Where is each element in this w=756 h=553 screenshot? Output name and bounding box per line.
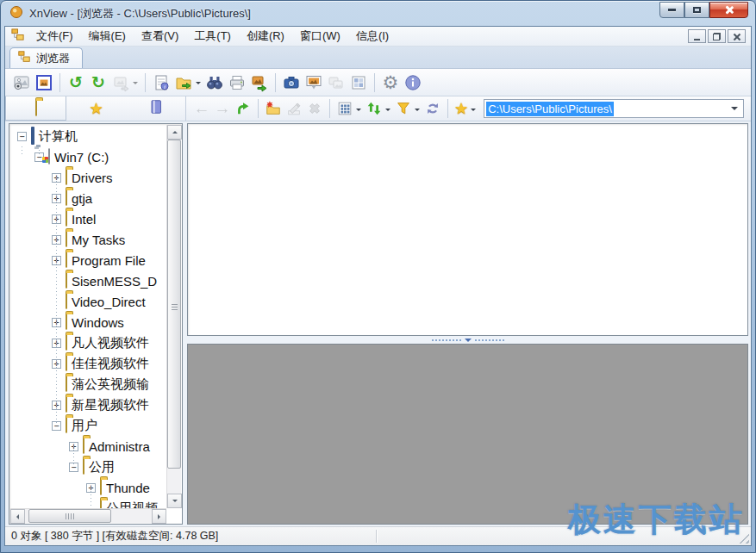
filter-button[interactable]	[393, 98, 422, 119]
capture-button[interactable]	[280, 71, 303, 94]
tree-item-13[interactable]: +新星视频软件	[10, 395, 166, 415]
tree-item-15[interactable]: +Administra	[10, 436, 166, 457]
print-button[interactable]	[226, 71, 248, 94]
maximize-button[interactable]	[684, 2, 709, 18]
favorites-dropdown-icon[interactable]	[471, 109, 476, 114]
tree-item-14[interactable]: −用户	[10, 415, 166, 436]
compare-button[interactable]	[325, 71, 347, 94]
menu-file[interactable]: 文件(F)	[28, 27, 81, 46]
convert-button[interactable]	[248, 71, 271, 94]
tree-item-10[interactable]: +凡人视频软件	[10, 332, 166, 353]
favorites-button[interactable]: ★	[453, 98, 478, 119]
menu-edit[interactable]: 编辑(E)	[81, 27, 134, 46]
tree-item-1[interactable]: −Win7 (C:)	[10, 146, 166, 167]
tree-item-6[interactable]: +Program File	[10, 250, 166, 270]
rotate-right-button[interactable]: ↻	[87, 71, 109, 94]
content-column	[187, 123, 748, 525]
fullscreen-button[interactable]	[33, 71, 55, 94]
rotate-left-button[interactable]: ↺	[65, 71, 87, 94]
view-mode-dropdown-icon[interactable]	[356, 109, 361, 114]
tree-item-18[interactable]: 公用视频	[10, 498, 166, 508]
scroll-left-button[interactable]	[10, 509, 25, 524]
tree-item-4[interactable]: +Intel	[10, 208, 166, 229]
properties-button[interactable]: i	[150, 71, 172, 94]
tree-expander-icon[interactable]: −	[17, 132, 27, 141]
view-mode-button[interactable]	[334, 98, 364, 119]
tree-item-label: 蒲公英视频输	[72, 376, 149, 393]
minimize-button[interactable]	[659, 2, 684, 18]
menu-info[interactable]: 信息(I)	[348, 27, 397, 46]
sidebar-tab-folders[interactable]	[5, 96, 66, 121]
menu-tools[interactable]: 工具(T)	[186, 27, 239, 46]
tree-item-5[interactable]: +My Tasks	[10, 229, 166, 250]
delete-button[interactable]	[304, 98, 325, 119]
address-dropdown-icon[interactable]	[731, 107, 738, 114]
tree-item-7[interactable]: SisenMESS_D	[10, 270, 166, 291]
tab-browser[interactable]: 浏览器	[9, 47, 83, 68]
tree-item-11[interactable]: +佳佳视频软件	[10, 353, 166, 374]
back-button[interactable]: ←	[191, 98, 212, 119]
tree-item-label: Windows	[72, 315, 124, 330]
transform-dropdown-icon[interactable]	[133, 82, 138, 87]
tree-horizontal-scrollbar[interactable]	[10, 508, 166, 523]
tree-item-label: Drivers	[72, 171, 113, 185]
tree-item-9[interactable]: +Windows	[10, 312, 166, 332]
preview-splitter[interactable]	[187, 336, 748, 344]
sidebar-tab-favorites[interactable]: ★	[66, 96, 126, 121]
folder-icon	[66, 294, 67, 309]
folder-icon	[100, 500, 102, 508]
mdi-close-button[interactable]	[728, 29, 746, 43]
menu-create[interactable]: 创建(R)	[239, 27, 292, 46]
title-bar: XnView - [浏览器 - C:\Users\Public\Pictures…	[1, 1, 755, 26]
tree-item-17[interactable]: +Thunde	[10, 477, 166, 498]
close-button[interactable]	[709, 2, 748, 18]
menu-view[interactable]: 查看(V)	[134, 27, 186, 46]
folder-icon	[66, 211, 67, 227]
tree-vertical-scrollbar[interactable]	[166, 125, 181, 508]
settings-button[interactable]: ⚙	[379, 71, 402, 94]
open-folder-dropdown-icon[interactable]	[196, 82, 201, 87]
scroll-up-button[interactable]	[167, 125, 182, 140]
tree-item-3[interactable]: +gtja	[10, 188, 166, 208]
up-button[interactable]	[233, 98, 253, 119]
tree-item-2[interactable]: +Drivers	[10, 167, 166, 188]
tree-item-8[interactable]: Video_Direct	[10, 291, 166, 312]
file-list-panel[interactable]	[187, 123, 748, 336]
vertical-scroll-thumb[interactable]	[167, 140, 181, 469]
horizontal-scroll-thumb[interactable]	[28, 509, 111, 523]
info-about-button[interactable]	[402, 71, 424, 94]
tree-item-label: Administra	[89, 439, 150, 454]
mdi-minimize-button[interactable]	[688, 29, 706, 43]
tree-item-12[interactable]: 蒲公英视频输	[10, 374, 166, 395]
scroll-right-button[interactable]	[152, 509, 166, 524]
contact-sheet-button[interactable]	[347, 71, 370, 94]
favorites-icon: ★	[89, 99, 103, 118]
sidebar-tab-categories[interactable]	[126, 96, 185, 121]
edit-button[interactable]	[284, 98, 304, 119]
new-folder-button[interactable]	[263, 98, 284, 119]
slideshow-button[interactable]	[303, 71, 325, 94]
search-button[interactable]	[203, 71, 226, 94]
toolbar-separator	[329, 99, 330, 118]
window-title: XnView - [浏览器 - C:\Users\Public\Pictures…	[29, 6, 251, 22]
mdi-restore-button[interactable]	[708, 29, 726, 43]
view-image-button[interactable]	[10, 71, 33, 94]
sort-button[interactable]	[364, 98, 393, 119]
forward-button[interactable]: →	[212, 98, 233, 119]
scroll-down-button[interactable]	[167, 494, 182, 508]
filter-dropdown-icon[interactable]	[415, 109, 420, 114]
refresh-button[interactable]	[422, 98, 443, 119]
tree-item-0[interactable]: −计算机	[10, 126, 166, 146]
menu-bar: 文件(F)编辑(E)查看(V)工具(T)创建(R)窗口(W)信息(I)	[5, 27, 751, 47]
menu-window[interactable]: 窗口(W)	[292, 27, 348, 46]
transform-button[interactable]	[109, 71, 141, 94]
tree-item-label: 公用	[89, 459, 115, 475]
folder-icon	[66, 190, 67, 206]
app-logo-icon	[9, 5, 23, 22]
tree-item-16[interactable]: −公用	[10, 457, 166, 477]
address-bar[interactable]: C:\Users\Public\Pictures\	[484, 99, 744, 118]
sort-dropdown-icon[interactable]	[385, 109, 390, 114]
tree-item-label: Video_Direct	[72, 295, 146, 309]
open-folder-button[interactable]	[172, 71, 203, 94]
folder-icon	[83, 438, 84, 454]
